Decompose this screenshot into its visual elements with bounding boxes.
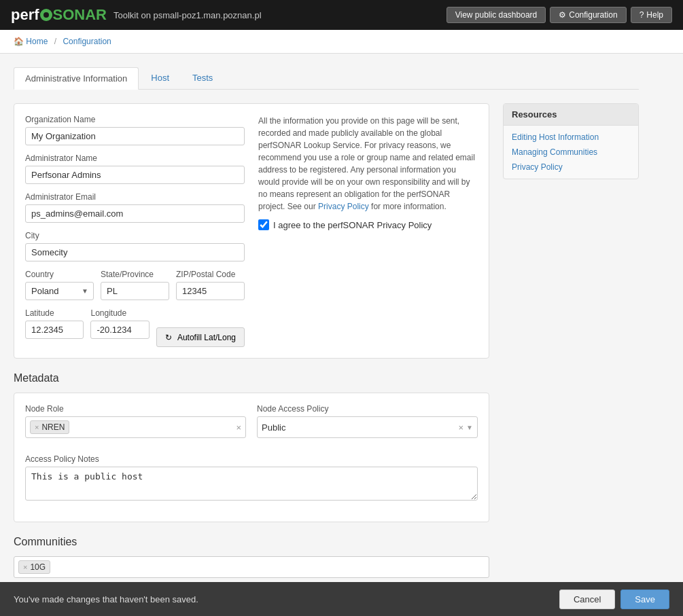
logo-sonar: SONAR <box>53 6 107 23</box>
zip-label: ZIP/Postal Code <box>176 270 245 279</box>
node-access-clear[interactable]: × <box>459 422 464 433</box>
country-label: Country <box>25 270 94 279</box>
org-name-input[interactable] <box>25 127 245 145</box>
state-label: State/Province <box>101 270 169 279</box>
privacy-checkbox-row: I agree to the perfSONAR Privacy Policy <box>258 219 478 230</box>
logo-dot <box>40 9 52 21</box>
node-access-arrow[interactable]: ▼ <box>466 424 473 431</box>
node-access-value: Public <box>262 422 285 433</box>
lat-group: Latitude <box>25 308 84 347</box>
privacy-checkbox[interactable] <box>258 219 269 230</box>
resource-link-editing[interactable]: Editing Host Information <box>512 132 630 142</box>
node-access-input[interactable]: Public × ▼ <box>257 416 478 438</box>
admin-email-input[interactable] <box>25 204 245 223</box>
communities-title: Communities <box>14 536 489 548</box>
long-group: Longitude <box>90 308 149 347</box>
lat-input[interactable] <box>25 321 84 339</box>
cancel-button[interactable]: Cancel <box>559 590 615 608</box>
state-group: State/Province <box>101 270 169 308</box>
metadata-row: Node Role × NREN × <box>25 404 478 446</box>
zip-input[interactable] <box>176 282 245 300</box>
panel-area: Organization Name Administrator Name Adm… <box>14 103 639 594</box>
view-dashboard-button[interactable]: View public dashboard <box>446 7 546 23</box>
city-input[interactable] <box>25 243 245 261</box>
tabs: Administrative Information Host Tests <box>14 67 639 90</box>
node-access-col: Node Access Policy Public × ▼ <box>257 404 478 446</box>
country-select[interactable]: Poland <box>25 282 94 300</box>
logo-perf: perf <box>11 6 39 23</box>
admin-name-label: Administrator Name <box>25 153 245 163</box>
tab-admin-info[interactable]: Administrative Information <box>14 67 139 90</box>
checkbox-label: I agree to the perfSONAR Privacy Policy <box>273 220 432 230</box>
logo: perfSONAR <box>11 6 107 24</box>
access-notes-textarea[interactable]: This is a public host <box>25 467 478 501</box>
resources-links: Editing Host Information Managing Commun… <box>504 126 638 179</box>
city-label: City <box>25 231 245 240</box>
form-row-split: Organization Name Administrator Name Adm… <box>25 115 478 347</box>
configuration-button[interactable]: ⚙Configuration <box>550 7 626 23</box>
lat-label: Latitude <box>25 308 84 318</box>
metadata-inner: Node Role × NREN × <box>14 393 489 522</box>
header: perfSONAR Toolkit on psmall-poz1.man.poz… <box>0 0 683 30</box>
header-subtitle: Toolkit on psmall-poz1.man.poznan.pl <box>113 10 262 20</box>
footer-message: You've made changes that haven't been sa… <box>14 594 198 604</box>
country-state-zip-row: Country Poland S <box>25 270 245 308</box>
tab-tests[interactable]: Tests <box>181 67 224 89</box>
tag-remove-10g[interactable]: × <box>23 563 27 571</box>
footer-bar: You've made changes that haven't been sa… <box>0 582 683 607</box>
city-group: City <box>25 231 245 261</box>
long-label: Longitude <box>90 308 149 318</box>
privacy-text-2: for more information. <box>369 202 446 211</box>
autofill-label: Autofill Lat/Long <box>177 333 236 342</box>
access-notes-group: Access Policy Notes This is a public hos… <box>25 454 478 503</box>
resource-link-communities[interactable]: Managing Communities <box>512 147 630 157</box>
home-link[interactable]: Home <box>26 37 48 46</box>
resources-header: Resources <box>504 104 638 126</box>
state-input[interactable] <box>101 282 169 300</box>
header-right: View public dashboard ⚙Configuration ?He… <box>446 7 672 23</box>
header-left: perfSONAR Toolkit on psmall-poz1.man.poz… <box>11 6 262 24</box>
breadcrumb-separator: / <box>54 37 56 46</box>
node-role-col: Node Role × NREN × <box>25 404 246 446</box>
admin-form-box: Organization Name Administrator Name Adm… <box>14 103 489 359</box>
node-role-input[interactable]: × NREN × <box>25 416 246 438</box>
privacy-box: All the information you provide on this … <box>258 115 478 213</box>
autofill-button[interactable]: ↻ Autofill Lat/Long <box>156 327 245 347</box>
long-input[interactable] <box>90 321 149 339</box>
tag-input-clear-role[interactable]: × <box>236 422 241 433</box>
home-icon: 🏠 <box>14 37 24 46</box>
node-role-tag-label: NREN <box>41 422 65 432</box>
metadata-section: Metadata Node Role × NREN <box>14 372 489 522</box>
node-role-label: Node Role <box>25 404 246 414</box>
gear-icon: ⚙ <box>559 10 566 20</box>
configuration-link[interactable]: Configuration <box>63 37 111 46</box>
question-icon: ? <box>640 10 644 20</box>
admin-email-group: Administrator Email <box>25 192 245 223</box>
admin-name-group: Administrator Name <box>25 153 245 184</box>
admin-name-input[interactable] <box>25 166 245 184</box>
sidebar-panel: Resources Editing Host Information Manag… <box>503 103 639 594</box>
community-tag-label: 10G <box>30 562 46 572</box>
resource-link-privacy[interactable]: Privacy Policy <box>512 162 630 172</box>
privacy-link[interactable]: Privacy Policy <box>318 202 369 211</box>
latlong-row: Latitude Longitude <box>25 308 245 347</box>
footer-actions: Cancel Save <box>559 590 669 608</box>
save-button[interactable]: Save <box>620 590 669 608</box>
help-button[interactable]: ?Help <box>631 7 672 23</box>
main-panel: Organization Name Administrator Name Adm… <box>14 103 489 594</box>
country-select-wrapper: Poland <box>25 282 94 300</box>
form-right-col: All the information you provide on this … <box>258 115 478 347</box>
org-name-group: Organization Name <box>25 115 245 145</box>
admin-email-label: Administrator Email <box>25 192 245 202</box>
tag-remove-role[interactable]: × <box>35 423 39 431</box>
node-role-tag: × NREN <box>30 420 69 434</box>
community-tag-10g: × 10G <box>18 560 50 574</box>
zip-group: ZIP/Postal Code <box>176 270 245 308</box>
breadcrumb: 🏠 Home / Configuration <box>0 30 683 54</box>
privacy-text-1: All the information you provide on this … <box>258 116 475 211</box>
communities-input[interactable]: × 10G <box>14 556 489 578</box>
tab-host[interactable]: Host <box>140 67 180 89</box>
form-left-col: Organization Name Administrator Name Adm… <box>25 115 245 347</box>
node-access-label: Node Access Policy <box>257 404 478 414</box>
metadata-title: Metadata <box>14 372 489 384</box>
